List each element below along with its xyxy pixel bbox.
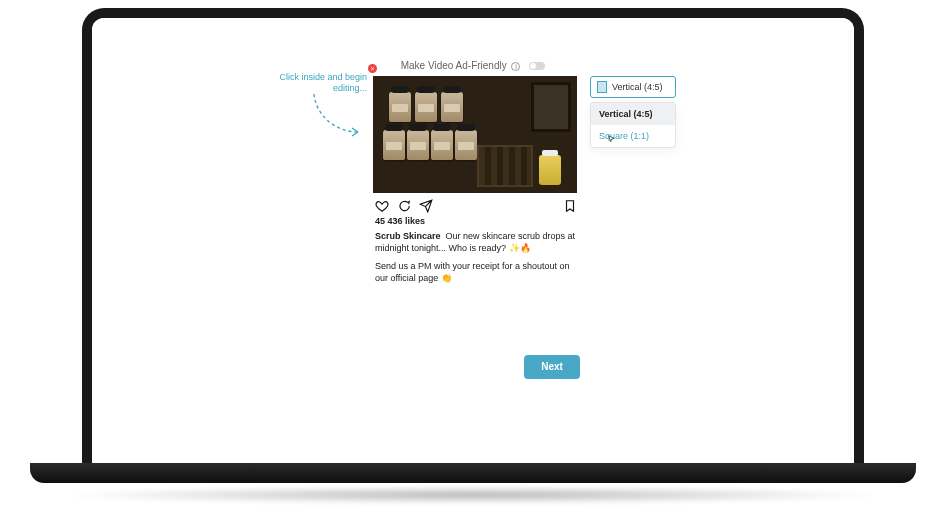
selected-label: Vertical (4:5) [612, 82, 663, 92]
comment-icon[interactable] [397, 199, 411, 213]
ratio-preview-icon [597, 81, 607, 93]
ad-friendly-toggle[interactable] [529, 62, 545, 70]
likes-count: 45 436 likes [373, 216, 579, 230]
decor-jar [539, 155, 561, 185]
next-button[interactable]: Next [524, 355, 580, 379]
option-square[interactable]: Square (1:1) [591, 125, 675, 147]
post-username: Scrub Skincare [375, 231, 441, 241]
post-media[interactable] [373, 76, 577, 193]
laptop-frame: Make Video Ad-Friendly i Click inside an… [82, 8, 864, 463]
header-label: Make Video Ad-Friendly [401, 60, 507, 71]
laptop-shadow [60, 486, 886, 504]
cursor-icon [607, 135, 617, 147]
laptop-base [30, 463, 916, 483]
aspect-ratio-selected[interactable]: Vertical (4:5) [590, 76, 676, 98]
decor-crate [477, 145, 533, 187]
decor-frame [531, 82, 571, 132]
hint-arrow [308, 90, 368, 145]
post-preview[interactable]: 45 436 likes Scrub Skincare Our new skin… [373, 76, 579, 284]
aspect-ratio-control: Vertical (4:5) Vertical (4:5) Square (1:… [590, 76, 676, 148]
send-icon[interactable] [419, 199, 433, 213]
heart-icon[interactable] [375, 199, 389, 213]
bookmark-icon[interactable] [563, 199, 577, 213]
aspect-ratio-menu: Vertical (4:5) Square (1:1) [590, 102, 676, 148]
app-screen: Make Video Ad-Friendly i Click inside an… [92, 18, 854, 463]
post-caption[interactable]: Scrub Skincare Our new skincare scrub dr… [373, 230, 579, 260]
close-icon[interactable]: × [368, 64, 377, 73]
edit-hint: Click inside and begin editing... × [277, 72, 367, 94]
post-actions [373, 193, 579, 216]
caption-text-2[interactable]: Send us a PM with your receipt for a sho… [373, 260, 579, 284]
header-row: Make Video Ad-Friendly i [92, 60, 854, 71]
info-icon[interactable]: i [511, 62, 520, 71]
option-vertical[interactable]: Vertical (4:5) [591, 103, 675, 125]
hint-text: Click inside and begin editing... [279, 72, 367, 93]
